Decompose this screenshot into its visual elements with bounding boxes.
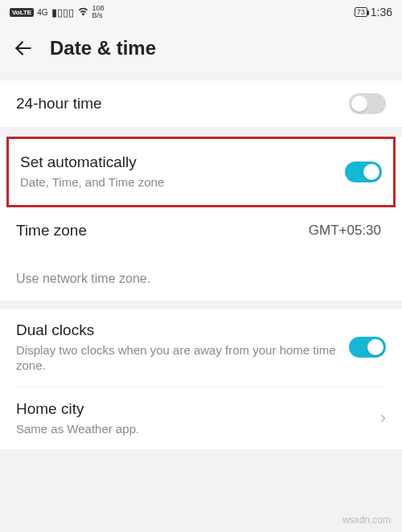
row-timezone-title: Time zone — [16, 222, 309, 239]
row-24hour[interactable]: 24-hour time — [0, 80, 402, 127]
highlight-set-automatically: Set automatically Date, Time, and Time z… — [6, 137, 396, 207]
back-icon[interactable] — [13, 38, 34, 59]
row-auto-sub: Date, Time, and Time zone — [20, 174, 345, 190]
row-homecity-sub: Same as Weather app. — [16, 421, 380, 437]
toggle-set-automatically[interactable] — [345, 162, 382, 182]
volte-badge: VoLTE — [10, 8, 34, 17]
watermark: wsxdn.com — [343, 514, 391, 526]
row-dual-title: Dual clocks — [16, 321, 349, 339]
row-dual-sub: Display two clocks when you are away fro… — [16, 342, 349, 374]
status-right: 73 1:36 — [355, 6, 392, 18]
page-title: Date & time — [50, 37, 156, 59]
row-24hour-title: 24-hour time — [16, 95, 349, 113]
battery-icon: 73 — [355, 7, 367, 17]
status-bar: VoLTE 4G ▮▯▯▯ 108B/s 73 1:36 — [0, 0, 402, 24]
row-set-automatically[interactable]: Set automatically Date, Time, and Time z… — [9, 139, 393, 205]
row-dual-clocks[interactable]: Dual clocks Display two clocks when you … — [0, 309, 402, 387]
chevron-right-icon: › — [380, 407, 386, 428]
row-timezone-value: GMT+05:30 — [309, 223, 381, 239]
signal-icon: ▮▯▯▯ — [51, 6, 74, 18]
timezone-footnote: Use network time zone. — [0, 252, 402, 301]
netspeed: 108B/s — [92, 5, 105, 19]
row-home-city[interactable]: Home city Same as Weather app. › — [0, 387, 402, 450]
status-left: VoLTE 4G ▮▯▯▯ 108B/s — [10, 5, 105, 19]
wifi-icon — [77, 6, 89, 18]
row-homecity-title: Home city — [16, 400, 380, 418]
toggle-dual-clocks[interactable] — [349, 337, 386, 358]
network-gen: 4G — [37, 8, 47, 17]
row-auto-title: Set automatically — [20, 153, 345, 171]
toggle-24hour[interactable] — [349, 93, 386, 114]
row-timezone[interactable]: Time zone GMT+05:30 — [0, 209, 402, 252]
titlebar: Date & time — [0, 24, 402, 72]
status-clock: 1:36 — [371, 6, 392, 18]
